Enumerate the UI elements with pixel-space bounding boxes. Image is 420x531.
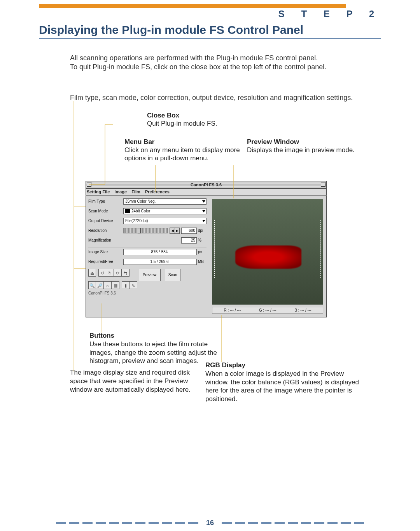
settings-column: Film Type 35mm Color Neg. Scan Mode 24bi… [86,196,209,317]
flip-button[interactable]: ⟳ [114,269,122,277]
image-size-value: 876 * 584 [123,249,197,255]
page-title: Displaying the Plug-in module FS Control… [39,23,381,37]
output-device-label: Output Device [88,219,123,223]
menu-setting-file[interactable]: Setting File [87,189,110,194]
annotation-buttons: Buttons Use these buttons to eject the f… [89,331,222,365]
menu-preferences[interactable]: Preferences [145,189,170,194]
film-type-value: 35mm Color Neg. [125,200,156,203]
resolution-value[interactable]: 680 [181,228,197,234]
callout-preview-body: Displays the image in preview mode. [247,146,355,154]
rgb-g: G : --- / --- [259,308,276,312]
required-free-value: 1.5 / 269.6 [123,259,197,265]
resolution-label: Resolution [88,229,123,233]
output-device-select[interactable]: File(2720dpi) [123,218,206,224]
magnification-label: Magnification [88,238,123,242]
image-size-label: Image Size [88,250,123,254]
callout-close-box: Close Box Quit Plug-in module FS. [147,111,248,128]
scan-button[interactable]: Scan [165,269,180,281]
magnification-value[interactable]: 25 [181,237,197,244]
menu-film[interactable]: Film [131,189,140,194]
color-swatch-icon [125,209,130,213]
slider-thumb-icon[interactable] [138,228,141,233]
zoom-fit-button[interactable]: ⌕ [104,281,112,289]
page-number: 16 [201,519,219,527]
intro-line1: All scanning operations are performed wi… [70,54,318,62]
image-button[interactable]: ▦ [112,281,119,289]
rgb-r: R : --- / --- [224,308,241,312]
magnification-unit: % [198,238,206,242]
annotation-size-info: The image display size and required disk… [70,368,202,394]
callout-menu-body: Click on any menu item to display more o… [124,146,240,162]
callout-menu-bar: Menu Bar Click on any menu item to displ… [124,138,241,163]
chevron-down-icon [202,210,205,212]
window-title: CanonPI FS 3.6 [191,183,222,187]
zoom-out-button[interactable]: 🔎 [96,281,104,289]
film-type-label: Film Type [88,200,123,203]
menu-image[interactable]: Image [114,189,127,194]
resolution-slider[interactable] [123,228,168,233]
zoom-in-button[interactable]: 🔍 [88,281,96,289]
footer-dashes-right [222,522,364,524]
annotation-rgb: RGB Display When a color image is displa… [205,361,361,403]
eject-button[interactable]: ⏏ [88,269,96,277]
required-free-unit: MB [198,260,206,264]
callout-menu-heading: Menu Bar [124,138,154,145]
selection-marquee[interactable] [214,220,321,278]
control-panel-window: CanonPI FS 3.6 Setting File Image Film P… [86,181,327,317]
rotate-cw-button[interactable]: ↻ [106,269,114,277]
callout-preview-window: Preview Window Displays the image in pre… [247,138,371,154]
divider [88,247,206,247]
close-box-icon[interactable] [87,182,91,187]
film-type-select[interactable]: 35mm Color Neg. [123,198,206,205]
zoom-box-icon[interactable] [321,182,326,187]
preview-column: R : --- / --- G : --- / --- B : --- / --… [209,196,326,317]
resolution-unit: dpi [198,229,206,233]
step-label: S T E P 2 [278,9,381,19]
chevron-down-icon [202,200,205,203]
histogram-button[interactable]: ▮ [122,281,130,289]
settings-caption: Film type, scan mode, color correction, … [70,94,381,102]
intro-paragraph: All scanning operations are performed wi… [70,54,381,72]
chevron-down-icon [202,220,205,222]
annotation-buttons-heading: Buttons [89,332,114,339]
intro-line2: To quit Plug-in module FS, click on the … [70,63,326,71]
callout-close-body: Quit Plug-in module FS. [147,120,217,127]
output-device-value: File(2720dpi) [125,219,148,223]
menu-bar[interactable]: Setting File Image Film Preferences [86,189,327,196]
image-size-unit: px [198,250,206,254]
toolbar-row-1: ⏏↺↻⟳⇆ Preview Scan [88,269,206,281]
status-text: CanonPI FS 3.6 [88,291,206,295]
adjust-button[interactable]: ✎ [130,281,137,289]
rgb-b: B : --- / --- [294,308,311,312]
annotation-rgb-heading: RGB Display [205,361,245,369]
mirror-button[interactable]: ⇆ [122,269,130,277]
callout-preview-heading: Preview Window [247,138,299,145]
callout-close-heading: Close Box [147,112,179,119]
top-orange-rule [39,4,346,8]
scan-mode-select[interactable]: 24bit Color [123,208,206,214]
scan-mode-value: 24bit Color [125,209,150,213]
rgb-display-bar: R : --- / --- G : --- / --- B : --- / --… [212,307,323,314]
annotation-rgb-body: When a color image is displayed in the P… [205,370,359,403]
title-underline [39,38,381,39]
resolution-stepper[interactable]: ◀▶ [170,228,180,234]
annotation-buttons-body: Use these buttons to eject the film rota… [89,340,217,365]
scan-mode-label: Scan Mode [88,209,123,213]
preview-image[interactable] [212,199,323,305]
preview-button[interactable]: Preview [139,269,161,281]
footer-dashes-left [56,522,198,524]
rotate-ccw-button[interactable]: ↺ [98,269,106,277]
toolbar-row-2: 🔍🔎⌕▦▮✎ [88,281,206,289]
window-titlebar[interactable]: CanonPI FS 3.6 [86,181,327,189]
required-free-label: Required/Free [88,260,123,264]
page-footer: 16 [0,519,420,527]
